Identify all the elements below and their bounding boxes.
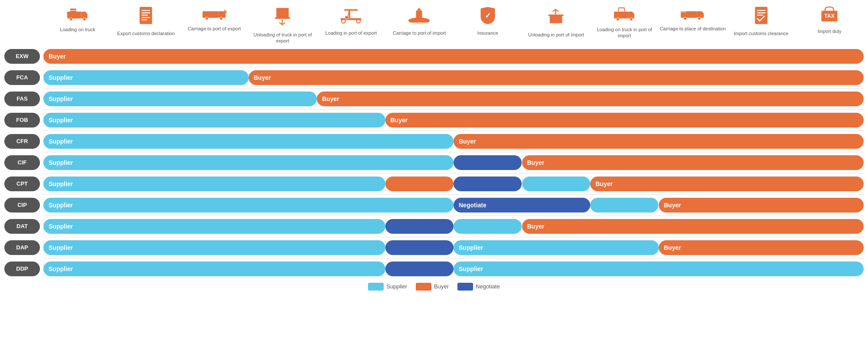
header-row: Loading on truck Export customs declarat…	[43, 4, 864, 46]
bar-container-cif: SupplierBuyer	[43, 155, 864, 170]
carriage-port-export-icon	[202, 6, 227, 24]
col-header-insurance: ✓ Insurance	[454, 4, 522, 46]
legend-supplier-box	[368, 283, 384, 291]
svg-rect-13	[202, 11, 218, 18]
svg-point-17	[220, 17, 223, 20]
svg-marker-2	[81, 12, 87, 14]
segment-fca-buyer-1: Buyer	[249, 70, 864, 85]
bar-container-cfr: SupplierBuyer	[43, 134, 864, 149]
segment-cfr-supplier-0: Supplier	[43, 134, 454, 149]
segment-exw-buyer-0: Buyer	[43, 49, 864, 64]
bar-container-exw: Buyer	[43, 49, 864, 64]
svg-rect-30	[416, 11, 422, 20]
segment-fca-supplier-0: Supplier	[43, 70, 249, 85]
segment-ddp-supplier-0: Supplier	[43, 262, 385, 276]
segment-dat-supplier-2	[454, 219, 522, 234]
segment-fas-buyer-1: Buyer	[317, 92, 864, 106]
segment-fas-supplier-0: Supplier	[43, 92, 317, 106]
svg-rect-24	[344, 9, 358, 10]
svg-point-48	[698, 17, 701, 20]
carriage-destination-label: Carriage to place of destination	[660, 26, 726, 32]
carriage-port-import-icon	[407, 6, 432, 28]
svg-rect-10	[141, 15, 148, 16]
col-header-export-customs: Export customs declaration	[112, 4, 181, 46]
svg-marker-32	[417, 8, 422, 11]
segment-cip-negotiate-1: Negotiate	[454, 198, 590, 213]
legend-buyer: Buyer	[416, 283, 449, 291]
svg-rect-19	[276, 8, 289, 18]
import-duty-label: Import duty	[818, 28, 842, 34]
svg-rect-52	[757, 12, 766, 13]
svg-rect-8	[141, 10, 150, 11]
loading-port-export-icon	[339, 6, 363, 28]
segment-cip-buyer-3: Buyer	[659, 198, 864, 213]
row-label-cfr: CFR	[4, 134, 40, 149]
row-ddp: DDPSupplierSupplier	[4, 260, 864, 278]
row-cfr: CFRSupplierBuyer	[4, 133, 864, 150]
segment-cif-supplier-0: Supplier	[43, 155, 454, 170]
svg-point-3	[69, 18, 72, 21]
loading-truck-port-import-label: Loading on truck in port of import	[591, 26, 658, 39]
bar-container-fas: SupplierBuyer	[43, 92, 864, 106]
legend-negotiate-label: Negotiate	[476, 283, 500, 290]
loading-truck-port-import-icon	[613, 6, 636, 25]
row-fca: FCASupplierBuyer	[4, 69, 864, 86]
svg-marker-40	[628, 12, 634, 14]
row-label-fca: FCA	[4, 70, 40, 85]
legend: Supplier Buyer Negotiate	[4, 283, 864, 291]
segment-cpt-buyer-1	[385, 177, 454, 191]
row-label-fob: FOB	[4, 113, 40, 128]
loading-port-export-label: Loading in port of export	[325, 30, 377, 36]
row-label-dat: DAT	[4, 219, 40, 234]
row-label-cif: CIF	[4, 155, 40, 170]
svg-point-47	[684, 17, 687, 20]
svg-rect-12	[141, 20, 147, 20]
segment-dap-buyer-3: Buyer	[659, 240, 864, 255]
bar-container-dap: SupplierSupplierBuyer	[43, 240, 864, 255]
unloading-port-import-label: Unloading in port of import	[528, 32, 584, 38]
row-label-cip: CIP	[4, 198, 40, 213]
unloading-port-import-icon	[547, 6, 565, 30]
segment-cpt-negotiate-2	[454, 177, 522, 191]
loading-truck-icon	[66, 6, 89, 25]
svg-text:TAX: TAX	[824, 13, 835, 19]
segment-ddp-negotiate-1	[385, 262, 454, 276]
legend-buyer-box	[416, 283, 431, 291]
row-dat: DATSupplierBuyer	[4, 218, 864, 235]
row-dap: DAPSupplierSupplierBuyer	[4, 239, 864, 256]
col-header-carriage-port-export: Carriage to port of export	[180, 4, 249, 46]
row-fob: FOBSupplierBuyer	[4, 111, 864, 129]
row-cip: CIPSupplierNegotiateBuyer	[4, 196, 864, 214]
segment-fob-buyer-1: Buyer	[385, 113, 864, 128]
import-duty-icon: TAX	[820, 6, 839, 26]
carriage-port-import-label: Carriage to port of import	[393, 30, 446, 36]
insurance-icon: ✓	[479, 6, 496, 28]
svg-rect-26	[345, 16, 349, 19]
bar-container-ddp: SupplierSupplier	[43, 262, 864, 276]
legend-supplier-label: Supplier	[386, 283, 407, 290]
legend-supplier: Supplier	[368, 283, 407, 291]
bar-container-cpt: SupplierBuyer	[43, 177, 864, 191]
legend-buyer-label: Buyer	[434, 283, 449, 290]
segment-cpt-buyer-4: Buyer	[590, 177, 864, 191]
export-customs-icon	[138, 6, 154, 29]
segment-cpt-supplier-0: Supplier	[43, 177, 385, 191]
col-header-loading-truck: Loading on truck	[43, 4, 112, 46]
loading-truck-label: Loading on truck	[60, 26, 95, 33]
bar-container-dat: SupplierBuyer	[43, 219, 864, 234]
row-exw: EXWBuyer	[4, 48, 864, 65]
svg-point-16	[205, 17, 208, 20]
legend-negotiate: Negotiate	[457, 283, 500, 291]
carriage-destination-icon	[680, 6, 705, 24]
insurance-label: Insurance	[477, 30, 498, 36]
segment-cip-supplier-0: Supplier	[43, 198, 454, 213]
col-header-unloading-truck-port-export: Unloading of truck in port of export	[249, 4, 317, 46]
row-label-ddp: DDP	[4, 262, 40, 276]
svg-point-41	[616, 18, 619, 21]
row-label-dap: DAP	[4, 240, 40, 255]
segment-cif-buyer-2: Buyer	[522, 155, 864, 170]
segment-dap-supplier-0: Supplier	[43, 240, 385, 255]
svg-rect-20	[275, 17, 290, 19]
unloading-truck-port-export-label: Unloading of truck in port of export	[250, 32, 316, 44]
svg-rect-0	[67, 12, 81, 19]
